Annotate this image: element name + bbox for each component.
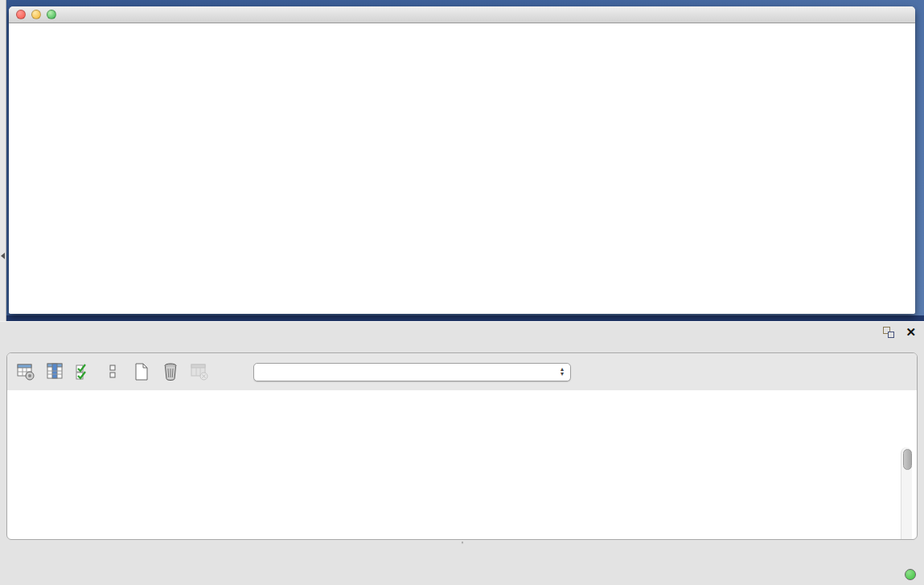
select-stepper-icon: ▴▾: [561, 367, 564, 377]
table-type-segmented-control: [462, 542, 463, 543]
table-scrollbar-thumb[interactable]: [903, 449, 912, 470]
select-columns-button[interactable]: [43, 360, 67, 384]
table-toolbar: ▴▾: [7, 353, 917, 390]
memory-status-indicator[interactable]: [905, 569, 916, 580]
new-table-button[interactable]: [129, 360, 154, 384]
delete-table-button[interactable]: [158, 360, 183, 384]
window-controls: [16, 10, 56, 19]
collapse-panel-arrow-icon[interactable]: [1, 253, 5, 259]
function-builder-button[interactable]: [216, 360, 240, 384]
float-panel-icon[interactable]: [883, 327, 894, 338]
table-panel-header: ✕: [0, 322, 924, 343]
zoom-window-button[interactable]: [47, 10, 56, 19]
left-gutter: [0, 0, 6, 321]
network-canvas[interactable]: [9, 23, 914, 313]
select-rows-button[interactable]: [72, 360, 96, 384]
cytoscape-app: ✕: [0, 0, 924, 585]
row-height-button[interactable]: [101, 360, 125, 384]
table-panel: ✕: [0, 321, 924, 585]
network-window-titlebar[interactable]: [9, 6, 915, 23]
split-divider[interactable]: [0, 315, 924, 321]
statusbar: [0, 563, 924, 585]
minimize-window-button[interactable]: [31, 10, 41, 19]
table-container: ▴▾: [6, 352, 918, 540]
close-window-button[interactable]: [16, 10, 26, 19]
table-tabbar: [0, 542, 924, 543]
close-panel-icon[interactable]: ✕: [906, 327, 916, 338]
network-file-select[interactable]: ▴▾: [253, 363, 571, 381]
citation-network-graph[interactable]: [9, 23, 914, 313]
delete-column-button-disabled[interactable]: [187, 360, 211, 384]
network-window[interactable]: [9, 6, 915, 314]
column-settings-button[interactable]: [14, 360, 38, 384]
network-desktop: [0, 0, 924, 321]
table-scrollbar[interactable]: [901, 447, 912, 540]
